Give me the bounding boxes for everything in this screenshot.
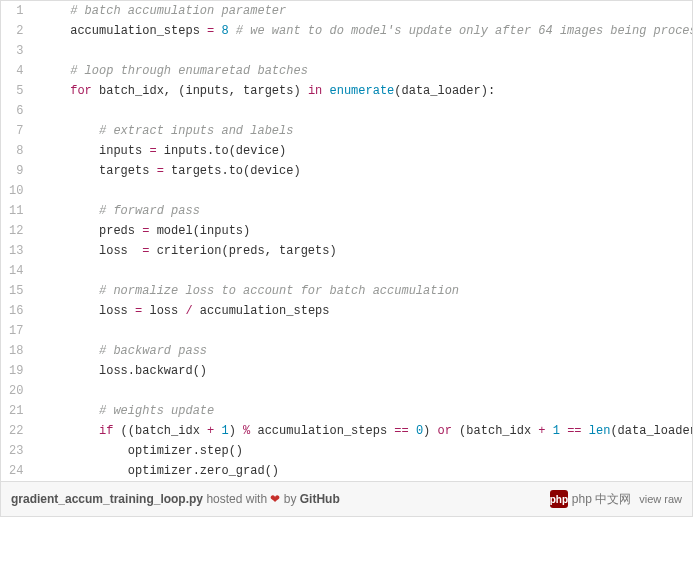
line-number: 1 <box>1 1 31 21</box>
line-number: 5 <box>1 81 31 101</box>
line-number: 23 <box>1 441 31 461</box>
code-line: 17 <box>1 321 692 341</box>
code-line: 5 for batch_idx, (inputs, targets) in en… <box>1 81 692 101</box>
line-number: 3 <box>1 41 31 61</box>
code-line: 4 # loop through enumaretad batches <box>1 61 692 81</box>
code-line: 8 inputs = inputs.to(device) <box>1 141 692 161</box>
badge-text: php 中文网 <box>572 491 631 508</box>
line-content: for batch_idx, (inputs, targets) in enum… <box>31 81 692 101</box>
line-content: optimizer.step() <box>31 441 692 461</box>
hosted-text: hosted with <box>203 492 270 506</box>
code-line: 20 <box>1 381 692 401</box>
line-content <box>31 261 692 281</box>
filename-link[interactable]: gradient_accum_training_loop.py <box>11 492 203 506</box>
code-line: 10 <box>1 181 692 201</box>
line-content <box>31 181 692 201</box>
line-number: 7 <box>1 121 31 141</box>
line-number: 20 <box>1 381 31 401</box>
line-content: # weights update <box>31 401 692 421</box>
code-line: 6 <box>1 101 692 121</box>
line-content: accumulation_steps = 8 # we want to do m… <box>31 21 692 41</box>
footer-left: gradient_accum_training_loop.py hosted w… <box>11 492 340 506</box>
github-link[interactable]: GitHub <box>300 492 340 506</box>
line-number: 13 <box>1 241 31 261</box>
line-number: 17 <box>1 321 31 341</box>
code-line: 9 targets = targets.to(device) <box>1 161 692 181</box>
line-content: # batch accumulation parameter <box>31 1 692 21</box>
line-content <box>31 101 692 121</box>
line-content: # backward pass <box>31 341 692 361</box>
line-number: 21 <box>1 401 31 421</box>
code-line: 12 preds = model(inputs) <box>1 221 692 241</box>
code-line: 19 loss.backward() <box>1 361 692 381</box>
gist-footer: gradient_accum_training_loop.py hosted w… <box>1 481 692 516</box>
line-content: # loop through enumaretad batches <box>31 61 692 81</box>
code-line: 11 # forward pass <box>1 201 692 221</box>
line-content: if ((batch_idx + 1) % accumulation_steps… <box>31 421 692 441</box>
line-content <box>31 41 692 61</box>
line-number: 18 <box>1 341 31 361</box>
heart-icon: ❤ <box>270 492 280 506</box>
line-number: 8 <box>1 141 31 161</box>
line-number: 10 <box>1 181 31 201</box>
code-line: 7 # extract inputs and labels <box>1 121 692 141</box>
code-line: 18 # backward pass <box>1 341 692 361</box>
line-content: optimizer.zero_grad() <box>31 461 692 481</box>
code-line: 22 if ((batch_idx + 1) % accumulation_st… <box>1 421 692 441</box>
code-block: 1 # batch accumulation parameter2 accumu… <box>1 1 692 481</box>
by-text: by <box>280 492 299 506</box>
code-line: 21 # weights update <box>1 401 692 421</box>
line-content: inputs = inputs.to(device) <box>31 141 692 161</box>
line-content: # normalize loss to account for batch ac… <box>31 281 692 301</box>
code-line: 1 # batch accumulation parameter <box>1 1 692 21</box>
line-content: # extract inputs and labels <box>31 121 692 141</box>
line-number: 19 <box>1 361 31 381</box>
line-number: 22 <box>1 421 31 441</box>
line-number: 14 <box>1 261 31 281</box>
line-number: 11 <box>1 201 31 221</box>
code-table: 1 # batch accumulation parameter2 accumu… <box>1 1 692 481</box>
code-line: 14 <box>1 261 692 281</box>
footer-right: php php 中文网 view raw <box>550 490 682 508</box>
code-line: 3 <box>1 41 692 61</box>
code-line: 2 accumulation_steps = 8 # we want to do… <box>1 21 692 41</box>
line-content: loss = criterion(preds, targets) <box>31 241 692 261</box>
line-content: loss.backward() <box>31 361 692 381</box>
code-line: 23 optimizer.step() <box>1 441 692 461</box>
line-content: # forward pass <box>31 201 692 221</box>
view-raw-link[interactable]: view raw <box>639 493 682 505</box>
site-badge: php php 中文网 <box>550 490 631 508</box>
code-line: 16 loss = loss / accumulation_steps <box>1 301 692 321</box>
line-number: 2 <box>1 21 31 41</box>
line-number: 4 <box>1 61 31 81</box>
line-number: 15 <box>1 281 31 301</box>
line-content: targets = targets.to(device) <box>31 161 692 181</box>
line-number: 6 <box>1 101 31 121</box>
code-line: 15 # normalize loss to account for batch… <box>1 281 692 301</box>
line-content: loss = loss / accumulation_steps <box>31 301 692 321</box>
code-line: 13 loss = criterion(preds, targets) <box>1 241 692 261</box>
line-number: 9 <box>1 161 31 181</box>
line-content <box>31 381 692 401</box>
line-content: preds = model(inputs) <box>31 221 692 241</box>
php-icon: php <box>550 490 568 508</box>
line-number: 12 <box>1 221 31 241</box>
line-number: 16 <box>1 301 31 321</box>
line-content <box>31 321 692 341</box>
code-line: 24 optimizer.zero_grad() <box>1 461 692 481</box>
line-number: 24 <box>1 461 31 481</box>
